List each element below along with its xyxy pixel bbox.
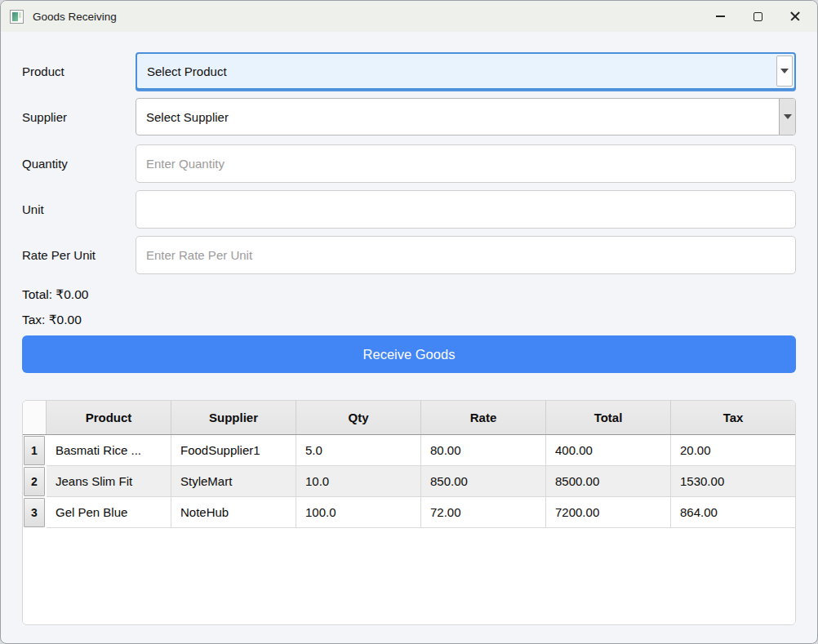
- row-header-3[interactable]: 3: [23, 497, 47, 528]
- window-controls: [701, 1, 814, 32]
- product-field-row: Product Select Product: [22, 52, 796, 90]
- supplier-combobox-dropdown-button[interactable]: [779, 99, 795, 135]
- cell-rate[interactable]: 850.00: [421, 466, 546, 497]
- receive-goods-button[interactable]: Receive Goods: [22, 335, 796, 373]
- cell-qty[interactable]: 100.0: [296, 497, 421, 528]
- rate-per-unit-input[interactable]: [136, 236, 796, 274]
- close-button[interactable]: [776, 1, 814, 32]
- close-icon: [790, 11, 800, 21]
- column-header-rate[interactable]: Rate: [421, 401, 546, 434]
- title-bar: Goods Receiving: [1, 1, 817, 32]
- tax-value-label: Tax: ₹0.00: [22, 313, 796, 327]
- table-row[interactable]: 3 Gel Pen Blue NoteHub 100.0 72.00 7200.…: [23, 497, 795, 528]
- cell-product[interactable]: Gel Pen Blue: [47, 497, 171, 528]
- maximize-button[interactable]: [739, 1, 776, 32]
- minimize-icon: [716, 16, 725, 17]
- cell-rate[interactable]: 80.00: [421, 435, 546, 466]
- cell-tax[interactable]: 1530.00: [671, 466, 795, 497]
- app-icon: [10, 10, 24, 24]
- app-icon-strip: [19, 12, 21, 18]
- cell-rate[interactable]: 72.00: [421, 497, 546, 528]
- minimize-button[interactable]: [701, 1, 739, 32]
- product-combobox-value: Select Product: [137, 54, 775, 88]
- column-header-qty[interactable]: Qty: [296, 401, 421, 434]
- maximize-icon: [754, 12, 762, 21]
- table-corner-cell[interactable]: [23, 401, 47, 434]
- supplier-label: Supplier: [22, 110, 136, 124]
- column-header-supplier[interactable]: Supplier: [171, 401, 296, 434]
- window-title: Goods Receiving: [33, 11, 117, 23]
- cell-total[interactable]: 7200.00: [546, 497, 671, 528]
- column-header-total[interactable]: Total: [546, 401, 671, 434]
- cell-supplier[interactable]: FoodSupplier1: [171, 435, 296, 466]
- product-label: Product: [22, 64, 136, 78]
- cell-supplier[interactable]: NoteHub: [171, 497, 296, 528]
- unit-input[interactable]: [136, 190, 796, 229]
- cell-supplier[interactable]: StyleMart: [171, 466, 296, 497]
- cell-total[interactable]: 400.00: [546, 435, 671, 466]
- supplier-combobox-value: Select Supplier: [136, 99, 779, 135]
- table-row[interactable]: 2 Jeans Slim Fit StyleMart 10.0 850.00 8…: [23, 466, 795, 497]
- received-goods-table: Product Supplier Qty Rate Total Tax 1 Ba…: [22, 400, 796, 625]
- chevron-down-icon: [780, 69, 789, 73]
- rate-field-row: Rate Per Unit: [22, 236, 796, 274]
- cell-product[interactable]: Jeans Slim Fit: [47, 466, 171, 497]
- row-header-1[interactable]: 1: [23, 435, 47, 466]
- quantity-label: Quantity: [22, 157, 136, 171]
- product-combobox-dropdown-button[interactable]: [776, 56, 793, 87]
- table-header-row: Product Supplier Qty Rate Total Tax: [23, 401, 795, 435]
- cell-tax[interactable]: 20.00: [671, 435, 795, 466]
- rate-per-unit-label: Rate Per Unit: [22, 248, 136, 262]
- cell-tax[interactable]: 864.00: [671, 497, 795, 528]
- unit-label: Unit: [22, 202, 136, 216]
- chevron-down-icon: [784, 114, 792, 119]
- cell-qty[interactable]: 5.0: [296, 435, 421, 466]
- column-header-product[interactable]: Product: [47, 401, 171, 434]
- goods-receiving-window: Goods Receiving Product Select Product: [0, 0, 818, 644]
- table-empty-area: [23, 528, 795, 624]
- cell-total[interactable]: 8500.00: [546, 466, 671, 497]
- cell-product[interactable]: Basmati Rice ...: [47, 435, 171, 466]
- supplier-field-row: Supplier Select Supplier: [22, 98, 796, 135]
- product-combobox[interactable]: Select Product: [136, 52, 796, 90]
- cell-qty[interactable]: 10.0: [296, 466, 421, 497]
- table-row[interactable]: 1 Basmati Rice ... FoodSupplier1 5.0 80.…: [23, 435, 795, 466]
- quantity-input[interactable]: [136, 144, 796, 183]
- app-icon-glyph: [12, 12, 18, 21]
- supplier-combobox[interactable]: Select Supplier: [136, 98, 796, 135]
- quantity-field-row: Quantity: [22, 144, 796, 183]
- column-header-tax[interactable]: Tax: [671, 401, 795, 434]
- total-value-label: Total: ₹0.00: [22, 287, 796, 302]
- unit-field-row: Unit: [22, 190, 796, 229]
- row-header-2[interactable]: 2: [23, 466, 47, 497]
- main-content: Product Select Product Supplier Select S…: [1, 32, 817, 643]
